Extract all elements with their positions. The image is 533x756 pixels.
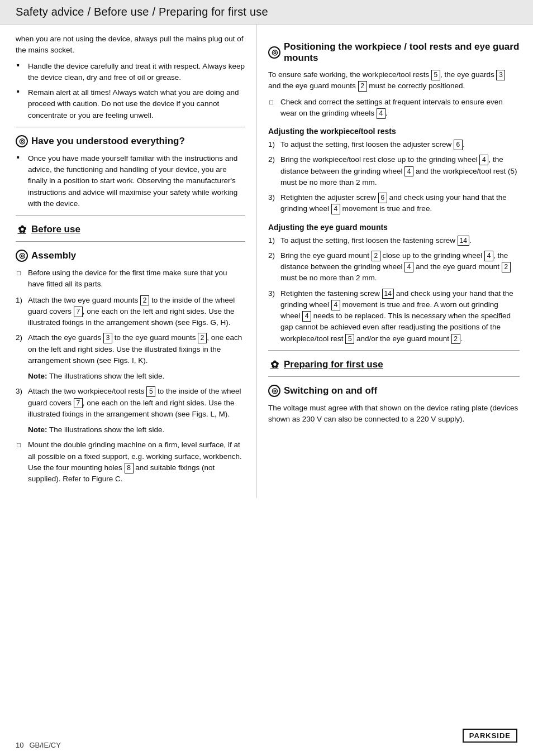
list-item: 3) Attach the two workpiece/tool rests 5… (16, 386, 245, 420)
eye-list: 1) To adjust the setting, first loosen t… (268, 235, 520, 344)
circle-icon: ◎ (268, 46, 280, 59)
positioning-square-list: Check and correct the settings at freque… (268, 97, 520, 119)
page-title: Safety advice / Before use / Preparing f… (16, 6, 268, 18)
preparing-heading: ✿ Preparing for first use (268, 358, 520, 371)
note-2: Note: The illustrations show the left si… (16, 424, 245, 436)
list-item: 3) Retighten the adjuster screw 6 and ch… (268, 192, 520, 215)
num-label: 2) (16, 332, 22, 343)
ref-box: 2 (372, 251, 380, 261)
ref-box: 8 (125, 463, 134, 473)
num-label: 2) (268, 250, 275, 261)
ref-box: 14 (458, 236, 469, 246)
have-you-heading: ◎ Have you understood everything? (16, 135, 245, 147)
ref-box: 7 (74, 398, 83, 409)
left-column: when you are not using the device, alway… (0, 25, 257, 498)
list-item: 2) Attach the eye guards 3 to the eye gu… (16, 332, 245, 366)
page-header: Safety advice / Before use / Preparing f… (0, 0, 533, 25)
num-label: 1) (16, 295, 22, 306)
ref-box: 5 (146, 386, 155, 397)
assembly-num-list: 1) Attach the two eye guard mounts 2 to … (16, 295, 245, 367)
ref-box: 2 (502, 262, 511, 272)
have-you-list: Once you have made yourself familiar wit… (16, 153, 245, 209)
assembly-num-list-2: 3) Attach the two workpiece/tool rests 5… (16, 386, 245, 420)
ref-box: 6 (378, 193, 387, 203)
divider (268, 350, 520, 351)
assembly-square-list: Before using the device for the first ti… (16, 267, 245, 290)
positioning-para: To ensure safe working, the workpiece/to… (268, 69, 520, 92)
page-footer: 10 GB/IE/CY PARKSIDE (0, 741, 533, 749)
circle-icon: ◎ (268, 385, 280, 397)
ref-box: 4 (331, 204, 340, 214)
content-area: when you are not using the device, alway… (0, 25, 533, 498)
mount-list: Mount the double grinding machine on a f… (16, 439, 245, 485)
workpiece-list: 1) To adjust the setting, first loosen t… (268, 139, 520, 215)
circle-icon: ◎ (16, 135, 28, 147)
ref-box: 4 (331, 300, 340, 310)
ref-box: 4 (404, 262, 413, 272)
list-item: 3) Retighten the fastening screw 14 and … (268, 288, 520, 344)
list-item: Remain alert at all times! Always watch … (16, 87, 245, 121)
divider (16, 127, 245, 127)
ref-box: 3 (496, 70, 505, 80)
circle-icon: ◎ (16, 250, 28, 262)
list-item: Check and correct the settings at freque… (268, 97, 520, 119)
adjusting-eye-heading: Adjusting the eye guard mounts (268, 223, 520, 232)
num-label: 1) (268, 235, 275, 246)
switching-para: The voltage must agree with that shown o… (268, 403, 520, 425)
ref-box: 5 (345, 334, 354, 344)
divider (16, 215, 245, 216)
star-icon: ✿ (268, 358, 280, 371)
positioning-heading: ◎ Positioning the workpiece / tool rests… (268, 41, 520, 64)
list-item: Before using the device for the first ti… (16, 267, 245, 290)
page-number: 10 (16, 741, 23, 749)
num-label: 3) (268, 288, 275, 299)
num-label: 3) (16, 386, 22, 397)
ref-box: 4 (302, 311, 311, 322)
right-column: ◎ Positioning the workpiece / tool rests… (257, 25, 533, 498)
assembly-heading: ◎ Assembly (16, 250, 245, 262)
ref-box: 2 (358, 81, 367, 92)
before-use-heading: ✿ Before use (16, 223, 245, 236)
list-item: Once you have made yourself familiar wit… (16, 153, 245, 209)
star-icon: ✿ (16, 223, 28, 236)
ref-box: 6 (454, 140, 463, 150)
bullet-list: Handle the device carefully and treat it… (16, 61, 245, 121)
list-item: 1) To adjust the setting, first loosen t… (268, 139, 520, 150)
brand-logo: PARKSIDE (463, 729, 517, 743)
intro-para: when you are not using the device, alway… (16, 34, 245, 56)
list-item: 1) Attach the two eye guard mounts 2 to … (16, 295, 245, 329)
ref-box: 4 (479, 155, 488, 165)
ref-box: 4 (484, 251, 493, 261)
ref-box: 14 (382, 289, 394, 299)
page: Safety advice / Before use / Preparing f… (0, 0, 533, 756)
list-item: Handle the device carefully and treat it… (16, 61, 245, 84)
list-item: 2) Bring the workpiece/tool rest close u… (268, 154, 520, 188)
ref-box: 2 (451, 334, 460, 344)
ref-box: 4 (404, 166, 413, 177)
ref-box: 4 (377, 108, 386, 119)
ref-box: 3 (103, 333, 112, 343)
divider (268, 376, 520, 377)
num-label: 2) (268, 154, 275, 165)
list-item: 1) To adjust the setting, first loosen t… (268, 235, 520, 246)
lang-code: GB/IE/CY (29, 741, 60, 749)
ref-box: 7 (74, 307, 83, 317)
num-label: 1) (268, 139, 275, 150)
ref-box: 5 (431, 70, 440, 80)
ref-box: 2 (140, 295, 149, 306)
num-label: 3) (268, 192, 275, 203)
adjusting-workpiece-heading: Adjusting the workpiece/tool rests (268, 127, 520, 136)
list-item: Mount the double grinding machine on a f… (16, 439, 245, 485)
ref-box: 2 (198, 333, 207, 343)
switching-heading: ◎ Switching on and off (268, 385, 520, 397)
list-item: 2) Bring the eye guard mount 2 close up … (268, 250, 520, 284)
divider (16, 241, 245, 242)
note-1: Note: The illustrations show the left si… (16, 371, 245, 382)
